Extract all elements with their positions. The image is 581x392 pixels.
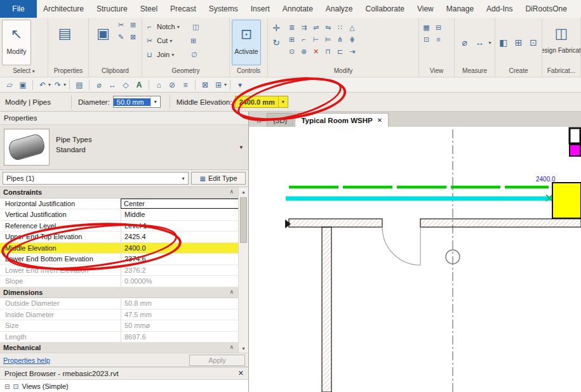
tab-collaborate[interactable]: Collaborate: [359, 0, 411, 18]
chevron-down-icon[interactable]: ▾: [150, 96, 160, 107]
measure-icon[interactable]: ⌀: [458, 37, 471, 49]
chevron-down-icon[interactable]: ▾: [239, 144, 243, 150]
temporary-isolate-icon[interactable]: ⊡: [421, 34, 432, 45]
tab-architecture[interactable]: Architecture: [37, 0, 90, 18]
move-icon[interactable]: ✛: [270, 22, 283, 35]
hide-elements-icon[interactable]: ⊟: [433, 22, 444, 33]
unjoin-icon[interactable]: ∅: [189, 49, 199, 60]
section-dimensions[interactable]: Dimensions ∧: [0, 287, 239, 299]
section-icon[interactable]: ⊘: [166, 79, 178, 91]
design-fabrication-button[interactable]: ◫ Design Fabricat...: [542, 20, 580, 66]
scale-icon[interactable]: △: [347, 22, 357, 33]
cope-icon[interactable]: ⊏: [335, 46, 345, 57]
middle-elevation-combo[interactable]: 2400.0 mm ▾: [235, 96, 288, 108]
create-group-icon[interactable]: ⊡: [527, 37, 540, 49]
diameter-combo[interactable]: 50.0 mm ▾: [113, 96, 161, 108]
beam-cope-icon[interactable]: ⊞: [188, 36, 199, 46]
notch-tool[interactable]: ⌐ Notch ▾ ◫: [144, 20, 227, 34]
modify-button[interactable]: ↖ Modify: [2, 20, 31, 65]
aligned-dimension-icon[interactable]: ↔: [473, 37, 486, 49]
collapse-icon[interactable]: ∧: [229, 188, 234, 198]
section-constraints[interactable]: Constraints ∧: [0, 187, 239, 199]
view-tab-typical-room-wshp[interactable]: Typical Room WSHP ✕: [295, 113, 389, 127]
selection-filter-combo[interactable]: Pipes (1) ▾: [3, 172, 189, 185]
wall-top-left[interactable]: [289, 219, 382, 227]
create-assembly-icon[interactable]: ⊞: [512, 37, 525, 49]
split-with-gap-icon[interactable]: ⋕: [347, 34, 357, 45]
print-icon[interactable]: ▤: [73, 79, 86, 91]
type-selector[interactable]: Pipe Types Standard ▾: [0, 124, 248, 170]
chevron-down-icon[interactable]: ▾: [278, 96, 288, 107]
property-value[interactable]: 2374.6: [121, 254, 239, 265]
tab-add-ins[interactable]: Add-Ins: [480, 0, 519, 18]
rotate-icon[interactable]: ↻: [270, 37, 283, 49]
text-icon[interactable]: A: [133, 79, 145, 91]
apply-button[interactable]: Apply: [189, 355, 245, 366]
property-value[interactable]: Level 1: [121, 221, 239, 232]
equipment-outline-box[interactable]: [570, 128, 580, 143]
collapse-icon[interactable]: ∧: [229, 344, 234, 353]
delete-icon[interactable]: ✕: [311, 46, 321, 57]
copy-to-clipboard-icon[interactable]: ⊞: [128, 20, 138, 30]
undo-icon[interactable]: ↶: [36, 79, 49, 91]
pin-icon[interactable]: ⊙: [286, 46, 297, 57]
offset-icon[interactable]: ⇉: [298, 22, 309, 33]
tab-file[interactable]: File: [0, 0, 37, 18]
tab-structure[interactable]: Structure: [90, 0, 134, 18]
browser-item-views[interactable]: ⊟ ⊡ Views (Simple): [0, 380, 248, 392]
tab-steel[interactable]: Steel: [134, 0, 164, 18]
tag-by-category-icon[interactable]: ◇: [119, 79, 132, 91]
create-parts-icon[interactable]: ◧: [497, 37, 510, 49]
wall-opening-icon[interactable]: ◫: [190, 22, 201, 32]
aligned-dimension-icon[interactable]: ↔: [106, 79, 119, 91]
tree-collapse-icon[interactable]: ⊟: [4, 383, 10, 390]
scrollbar-thumb[interactable]: [240, 197, 247, 243]
close-tab-icon[interactable]: ✕: [377, 117, 382, 124]
elevation-tag-text[interactable]: 2400.0: [536, 176, 556, 183]
activate-button[interactable]: ⊡ Activate: [232, 20, 261, 65]
properties-button[interactable]: ▤: [50, 20, 79, 66]
linework-icon[interactable]: ≡: [433, 34, 444, 45]
trim-extend-corner-icon[interactable]: ⌐: [298, 34, 309, 45]
magenta-element[interactable]: [570, 145, 580, 156]
drawing-canvas[interactable]: 2400.0: [249, 127, 581, 392]
close-inactive-windows-icon[interactable]: ⊠: [199, 79, 211, 91]
join-cut-icon[interactable]: ⊓: [323, 46, 333, 57]
redo-dropdown-icon[interactable]: ▾: [63, 82, 66, 88]
property-value[interactable]: Center: [121, 199, 239, 209]
scroll-up-icon[interactable]: ▲: [239, 187, 248, 197]
wall-vertical[interactable]: [322, 227, 331, 392]
mirror-pick-axis-icon[interactable]: ⇌: [311, 22, 321, 33]
view-tab-3d[interactable]: {3D}: [267, 113, 293, 127]
measure-icon[interactable]: ⌀: [93, 79, 105, 91]
scroll-down-icon[interactable]: ▼: [239, 344, 248, 353]
thin-lines-icon[interactable]: ≡: [179, 79, 192, 91]
tab-systems[interactable]: Systems: [203, 0, 244, 18]
tab-analyze[interactable]: Analyze: [319, 0, 359, 18]
section-mechanical[interactable]: Mechanical ∧: [0, 343, 239, 353]
tab-view[interactable]: View: [411, 0, 440, 18]
tab-manage[interactable]: Manage: [440, 0, 480, 18]
property-value[interactable]: 2400.0: [121, 243, 239, 254]
elevation-tag-box[interactable]: [552, 183, 581, 218]
join-geometry-tool[interactable]: ⊔ Join ▾ ∅: [144, 48, 227, 62]
activate-dimensions-icon[interactable]: ⇥: [347, 46, 357, 57]
tab-dirootsone[interactable]: DiRootsOne: [519, 0, 573, 18]
door-swing-arc[interactable]: [382, 227, 420, 265]
tab-precast[interactable]: Precast: [164, 0, 203, 18]
chevron-down-icon[interactable]: ▾: [488, 40, 491, 46]
panel-label-select[interactable]: Select ▾: [0, 66, 48, 77]
redo-icon[interactable]: ↷: [51, 79, 64, 91]
property-value[interactable]: 2425.4: [121, 232, 239, 242]
default-3d-view-icon[interactable]: ⌂: [152, 79, 165, 91]
close-icon[interactable]: ✕: [238, 369, 244, 377]
properties-scrollbar[interactable]: ▲ ▼: [238, 187, 248, 353]
tab-annotate[interactable]: Annotate: [276, 0, 319, 18]
mirror-draw-axis-icon[interactable]: ⇋: [323, 22, 333, 33]
unpin-icon[interactable]: ⊗: [298, 46, 309, 57]
paste-aligned-icon[interactable]: ⊠: [128, 32, 138, 42]
save-icon[interactable]: ▣: [17, 79, 29, 91]
split-element-icon[interactable]: ⋔: [335, 34, 345, 45]
edit-type-button[interactable]: ▦ Edit Type: [191, 172, 246, 185]
match-type-icon[interactable]: ✎: [116, 32, 126, 42]
